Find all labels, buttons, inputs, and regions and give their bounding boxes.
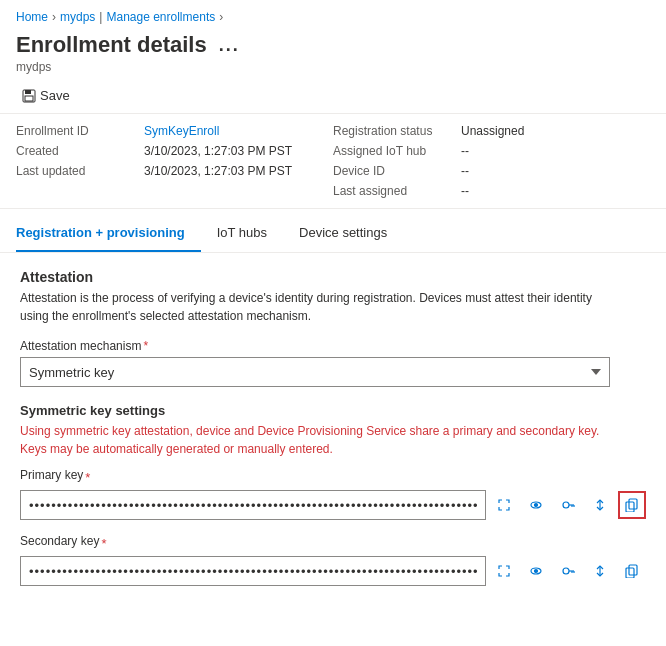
- secondary-key-row: [20, 556, 646, 586]
- symmetric-key-desc: Using symmetric key attestation, device …: [20, 422, 600, 458]
- attestation-mechanism-label: Attestation mechanism*: [20, 339, 646, 353]
- primary-key-required: *: [85, 470, 90, 485]
- primary-key-expand-button[interactable]: [490, 491, 518, 519]
- breadcrumb-sep-3: ›: [219, 10, 223, 24]
- eye-icon: [529, 498, 543, 512]
- attestation-mechanism-select[interactable]: Symmetric key: [20, 357, 610, 387]
- primary-key-row: [20, 490, 646, 520]
- breadcrumb: Home › mydps | Manage enrollments ›: [0, 0, 666, 28]
- last-updated-value: 3/10/2023, 1:27:03 PM PST: [144, 164, 333, 178]
- primary-key-input[interactable]: [20, 490, 486, 520]
- attestation-mechanism-required: *: [143, 339, 148, 353]
- attestation-section-title: Attestation: [20, 269, 646, 285]
- primary-key-generate-button[interactable]: [554, 491, 582, 519]
- tabs-bar: Registration + provisioning IoT hubs Dev…: [0, 217, 666, 253]
- symmetric-key-title: Symmetric key settings: [20, 403, 646, 418]
- svg-rect-20: [626, 568, 634, 578]
- device-id-value: --: [461, 164, 650, 178]
- secondary-key-required: *: [101, 536, 106, 551]
- svg-rect-19: [629, 565, 637, 575]
- breadcrumb-home[interactable]: Home: [16, 10, 48, 24]
- breadcrumb-mydps[interactable]: mydps: [60, 10, 95, 24]
- info-right-col: Registration status Unassigned Assigned …: [333, 124, 650, 198]
- reg-status-label: Registration status: [333, 124, 453, 138]
- assigned-hub-value: --: [461, 144, 650, 158]
- device-id-label: Device ID: [333, 164, 453, 178]
- enrollment-id-value: SymKeyEnroll: [144, 124, 333, 138]
- info-left-col: Enrollment ID SymKeyEnroll Created 3/10/…: [16, 124, 333, 198]
- attestation-mechanism-label-text: Attestation mechanism: [20, 339, 141, 353]
- svg-point-4: [535, 504, 538, 507]
- primary-key-copy-button[interactable]: [618, 491, 646, 519]
- svg-rect-2: [25, 96, 33, 101]
- svg-point-5: [563, 502, 569, 508]
- last-updated-row: Last updated 3/10/2023, 1:27:03 PM PST: [16, 164, 333, 178]
- secondary-key-field: Secondary key*: [20, 534, 646, 586]
- device-id-row: Device ID --: [333, 164, 650, 178]
- last-assigned-label: Last assigned: [333, 184, 453, 198]
- primary-key-upload-button[interactable]: [586, 491, 614, 519]
- page-header: Enrollment details ... mydps: [0, 28, 666, 78]
- secondary-key-label-row: Secondary key*: [20, 534, 646, 552]
- reg-status-value: Unassigned: [461, 124, 650, 138]
- save-button[interactable]: Save: [16, 84, 76, 107]
- page-subtitle: mydps: [16, 60, 650, 74]
- secondary-key-input[interactable]: [20, 556, 486, 586]
- page-title-text: Enrollment details: [16, 32, 207, 58]
- tab-devicesettings[interactable]: Device settings: [283, 217, 403, 252]
- secondary-key-upload-button[interactable]: [586, 557, 614, 585]
- copy-icon-2: [625, 564, 639, 578]
- assigned-hub-label: Assigned IoT hub: [333, 144, 453, 158]
- reg-status-row: Registration status Unassigned: [333, 124, 650, 138]
- primary-key-eye-button[interactable]: [522, 491, 550, 519]
- upload-icon-2: [593, 564, 607, 578]
- save-icon: [22, 89, 36, 103]
- svg-rect-10: [629, 499, 637, 509]
- svg-rect-11: [626, 502, 634, 512]
- last-assigned-value: --: [461, 184, 650, 198]
- svg-rect-1: [25, 90, 31, 94]
- last-assigned-row: Last assigned --: [333, 184, 650, 198]
- attestation-section-desc: Attestation is the process of verifying …: [20, 289, 600, 325]
- content-area: Attestation Attestation is the process o…: [0, 253, 666, 616]
- breadcrumb-sep-2: |: [99, 10, 102, 24]
- eye-icon-2: [529, 564, 543, 578]
- primary-key-label-row: Primary key*: [20, 468, 646, 486]
- created-label: Created: [16, 144, 136, 158]
- expand-icon-2: [497, 564, 511, 578]
- info-grid: Enrollment ID SymKeyEnroll Created 3/10/…: [0, 114, 666, 209]
- svg-point-14: [563, 568, 569, 574]
- secondary-key-label: Secondary key: [20, 534, 99, 548]
- created-value: 3/10/2023, 1:27:03 PM PST: [144, 144, 333, 158]
- breadcrumb-sep-1: ›: [52, 10, 56, 24]
- secondary-key-copy-button[interactable]: [618, 557, 646, 585]
- key-icon: [561, 498, 575, 512]
- copy-icon: [625, 498, 639, 512]
- upload-icon: [593, 498, 607, 512]
- symmetric-key-section: Symmetric key settings Using symmetric k…: [20, 403, 646, 586]
- expand-icon: [497, 498, 511, 512]
- breadcrumb-manage[interactable]: Manage enrollments: [106, 10, 215, 24]
- enrollment-id-label: Enrollment ID: [16, 124, 136, 138]
- created-row: Created 3/10/2023, 1:27:03 PM PST: [16, 144, 333, 158]
- page-title: Enrollment details ...: [16, 32, 650, 58]
- enrollment-id-row: Enrollment ID SymKeyEnroll: [16, 124, 333, 138]
- last-updated-label: Last updated: [16, 164, 136, 178]
- save-label: Save: [40, 88, 70, 103]
- secondary-key-expand-button[interactable]: [490, 557, 518, 585]
- ellipsis-button[interactable]: ...: [215, 35, 244, 56]
- secondary-key-generate-button[interactable]: [554, 557, 582, 585]
- toolbar: Save: [0, 78, 666, 114]
- primary-key-field: Primary key*: [20, 468, 646, 520]
- key-icon-2: [561, 564, 575, 578]
- svg-point-13: [535, 570, 538, 573]
- tab-iothubs[interactable]: IoT hubs: [201, 217, 283, 252]
- primary-key-label: Primary key: [20, 468, 83, 482]
- assigned-hub-row: Assigned IoT hub --: [333, 144, 650, 158]
- tab-registration[interactable]: Registration + provisioning: [16, 217, 201, 252]
- secondary-key-eye-button[interactable]: [522, 557, 550, 585]
